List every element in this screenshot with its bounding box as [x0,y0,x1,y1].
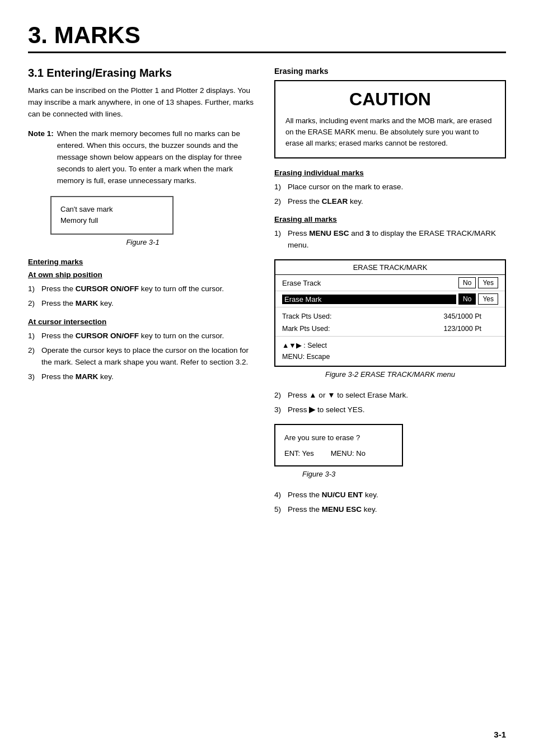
list-item: 4) Press the NU/CU ENT key. [274,489,506,501]
list-item: 2) Press the CLEAR key. [274,196,506,208]
memory-full-display: Can't save mark Memory full [50,196,174,235]
confirm-box: Are you sure to erase ? ENT: Yes MENU: N… [274,424,403,466]
chapter-title-block: 3. MARKS [28,22,506,53]
list-item: 1) Press MENU ESC and 3 to display the E… [274,228,506,251]
own-ship-steps: 1) Press the CURSOR ON/OFF key to turn o… [28,283,257,310]
list-item: 1) Press the CURSOR ON/OFF key to turn o… [28,330,257,342]
menu-title: ERASE TRACK/MARK [275,260,505,275]
erasing-all-steps: 1) Press MENU ESC and 3 to display the E… [274,228,506,251]
cursor-steps: 1) Press the CURSOR ON/OFF key to turn o… [28,330,257,383]
erase-track-mark-menu: ERASE TRACK/MARK Erase Track No Yes Eras… [274,259,506,367]
section-heading: 3.1 Entering/Erasing Marks [28,67,257,80]
display-line2: Memory full [60,215,163,227]
confirm-question: Are you sure to erase ? [284,432,393,444]
list-item: 5) Press the MENU ESC key. [274,504,506,516]
erasing-all-heading: Erasing all marks [274,215,506,223]
entering-marks-heading: Entering marks [28,258,257,266]
caution-title: CAUTION [285,89,495,110]
erasing-marks-heading: Erasing marks [274,67,506,76]
menu-controls: ▲▼▶ : Select MENU: Escape [275,336,505,366]
list-item: 1) Press the CURSOR ON/OFF key to turn o… [28,283,257,295]
erase-mark-no-btn[interactable]: No [458,293,476,305]
list-item: 2) Press the MARK key. [28,298,257,310]
menu-row-erase-track: Erase Track No Yes [275,275,505,291]
list-item: 1) Place cursor on the mark to erase. [274,181,506,193]
erasing-all-steps-2-3: 2) Press ▲ or ▼ to select Erase Mark. 3)… [274,390,506,416]
intro-text: Marks can be inscribed on the Plotter 1 … [28,85,257,120]
cursor-intersection-heading: At cursor intersection [28,318,257,326]
figure1-caption: Figure 3-1 [28,238,257,246]
chapter-title: 3. MARKS [28,22,506,48]
menu-info: Track Pts Used: 345/1000 Pt Mark Pts Use… [275,307,505,336]
list-item: 2) Operate the cursor keys to place the … [28,345,257,368]
erase-track-no-btn[interactable]: No [458,277,476,288]
erasing-all-steps-4-5: 4) Press the NU/CU ENT key. 5) Press the… [274,489,506,516]
note-block: Note 1: When the mark memory becomes ful… [28,128,257,187]
erasing-individual-heading: Erasing individual marks [274,169,506,177]
caution-text: All marks, including event marks and the… [285,115,495,149]
figure2-caption: Figure 3-2 ERASE TRACK/MARK menu [274,370,506,379]
list-item: 3) Press the MARK key. [28,371,257,383]
list-item: 2) Press ▲ or ▼ to select Erase Mark. [274,390,506,402]
left-column: 3.1 Entering/Erasing Marks Marks can be … [28,67,257,523]
note-label: Note 1: [28,128,54,187]
erase-track-yes-btn[interactable]: Yes [478,277,498,288]
confirm-ent: ENT: Yes [284,447,314,460]
note-text: When the mark memory becomes full no mar… [57,128,257,187]
caution-box: CAUTION All marks, including event marks… [274,80,506,158]
page-number: 3-1 [494,730,506,739]
figure3-caption: Figure 3-3 [302,470,506,478]
confirm-menu: MENU: No [331,447,366,460]
erase-mark-yes-btn[interactable]: Yes [478,293,498,305]
menu-row-erase-mark: Erase Mark No Yes [275,291,505,307]
confirm-row: ENT: Yes MENU: No [284,447,393,460]
individual-steps: 1) Place cursor on the mark to erase. 2)… [274,181,506,208]
own-ship-heading: At own ship position [28,270,257,279]
display-line1: Can't save mark [60,204,163,216]
right-column: Erasing marks CAUTION All marks, includi… [274,67,506,523]
list-item: 3) Press ▶ to select YES. [274,404,506,416]
